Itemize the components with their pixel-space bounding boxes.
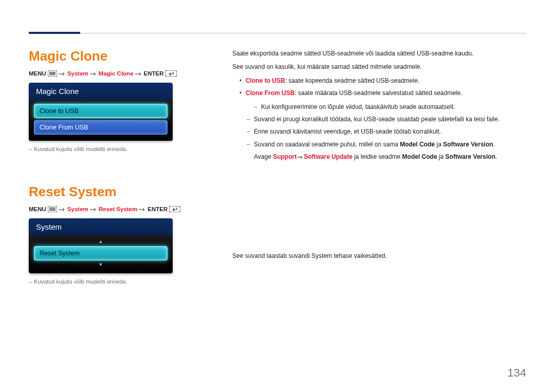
svg-rect-9 [49,208,55,208]
enter-icon [169,206,180,212]
body-paragraph: Saate eksportida seadme sätted USB-seadm… [232,48,526,59]
scroll-down-icon[interactable]: ▼ [34,263,168,267]
section-magic-clone-body: Saate eksportida seadme sätted USB-seadm… [232,48,526,162]
section-reset-system-body: See suvand taastab suvandi System tehase… [232,251,526,261]
term-clone-to-usb: Clone to USB [246,77,285,84]
svg-rect-3 [49,74,55,75]
enter-icon [165,70,177,77]
sub-note: Kui konfigureerimine on lõpule viidud, t… [254,102,526,112]
term-model-code: Model Code [400,141,435,148]
osd-body-system: ▲ Reset System ▼ [29,235,173,273]
svg-rect-15 [169,206,180,212]
sub-note-text: Avage [254,153,273,160]
section-reset-system-left: Reset System MENU System Reset System EN… [29,184,203,285]
term-software-version: Software Version [443,141,493,148]
sub-note: Enne suvandi käivitamist veenduge, et US… [247,126,526,137]
sub-note-text: Suvand on saadaval seadmete puhul, mille… [254,141,400,148]
section-magic-clone-left: Magic Clone MENU System Magic Clone ENTE… [29,48,203,152]
term-support: Support [273,153,297,160]
sub-note-text: . [495,153,497,160]
arrow-icon [297,152,304,162]
page-number: 134 [507,366,526,380]
breadcrumb-magic-clone: Magic Clone [99,70,134,77]
osd-header-system: System [29,218,173,235]
osd-body-magic-clone: Clone to USB Clone From USB [29,100,173,141]
menu-icon [48,206,57,212]
svg-rect-2 [49,73,55,73]
breadcrumb-magic-clone: MENU System Magic Clone ENTER [29,70,203,77]
breadcrumb-reset-system: MENU System Reset System ENTER [29,206,203,212]
image-note-1: –Kuvatud kujutis võib mudeliti erineda. [29,146,203,152]
body-list: Clone to USB: saate kopeerida seadme sät… [239,76,526,99]
osd-header-magic-clone: Magic Clone [29,83,173,100]
svg-rect-11 [49,210,55,211]
image-note-2: –Kuvatud kujutis võib mudeliti erineda. [29,278,203,285]
osd-reset-system: System ▲ Reset System ▼ [29,218,173,273]
breadcrumb-enter-label: ENTER [147,206,168,212]
sub-note: Suvand on saadaval seadmete puhul, mille… [247,139,526,150]
breadcrumb-enter-label: ENTER [144,70,164,77]
arrow-icon [90,70,97,77]
term-software-update: Software Update [304,153,353,160]
osd-item-clone-to-usb[interactable]: Clone to USB [34,104,168,118]
arrow-icon [139,206,146,212]
breadcrumb-menu-label: MENU [29,70,46,77]
right-column: Saate eksportida seadme sätted USB-seadm… [232,48,526,316]
scroll-up-icon[interactable]: ▲ [34,239,168,244]
section-title-magic-clone: Magic Clone [29,48,203,64]
breadcrumb-reset-system: Reset System [99,206,137,212]
sub-note-text: ja leidke seadme [353,153,402,160]
arrow-icon [59,206,66,212]
image-note-text: Kuvatud kujutis võib mudeliti erineda. [34,146,127,152]
svg-rect-1 [49,72,55,72]
body-paragraph: See suvand on kasulik, kui määrate samad… [232,62,526,72]
sub-note: Suvand ei pruugi korralikult töötada, ku… [247,114,526,124]
content-columns: Magic Clone MENU System Magic Clone ENTE… [29,48,526,316]
menu-icon [48,70,57,77]
osd-magic-clone: Magic Clone Clone to USB Clone From USB [29,83,173,141]
term-software-version: Software Version [446,153,495,160]
svg-rect-7 [165,70,177,77]
osd-item-reset-system[interactable]: Reset System [34,246,168,260]
list-item: Clone From USB: saate määrata USB-seadme… [239,88,526,98]
left-column: Magic Clone MENU System Magic Clone ENTE… [29,48,203,316]
manual-page: Magic Clone MENU System Magic Clone ENTE… [0,0,555,392]
header-accent [29,32,80,34]
osd-item-clone-from-usb[interactable]: Clone From USB [34,120,168,135]
term-clone-from-usb: Clone From USB [246,89,294,97]
sub-note-text: . [493,141,495,148]
header-rule [29,33,526,33]
breadcrumb-system: System [67,70,88,77]
arrow-icon [135,70,142,77]
list-item-text: : saate määrata USB-seadmele salvestatud… [294,89,462,97]
sub-note-text: ja [437,153,446,160]
sub-note-instruction: Avage SupportSoftware Update ja leidke s… [254,152,526,162]
image-note-text: Kuvatud kujutis võib mudeliti erineda. [34,278,127,285]
arrow-icon [59,70,66,77]
section-title-reset-system: Reset System [29,184,203,200]
svg-rect-10 [49,209,55,209]
arrow-icon [90,206,97,212]
breadcrumb-menu-label: MENU [29,206,46,212]
breadcrumb-system: System [67,206,88,212]
sub-note-text: ja [435,141,443,148]
term-model-code: Model Code [402,153,437,160]
body-paragraph: See suvand taastab suvandi System tehase… [232,251,526,261]
list-item-text: : saate kopeerida seadme sätted USB-sead… [285,77,419,84]
list-item: Clone to USB: saate kopeerida seadme sät… [239,76,526,86]
